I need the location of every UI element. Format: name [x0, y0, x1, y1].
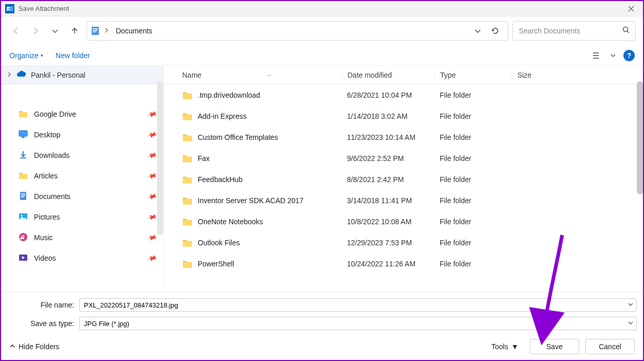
- column-name[interactable]: Name︿: [182, 71, 342, 79]
- file-row[interactable]: .tmp.drivedownload6/28/2021 10:04 PMFile…: [164, 84, 643, 105]
- file-row[interactable]: PowerShell10/24/2022 11:26 AMFile folder: [164, 253, 643, 274]
- file-date: 12/29/2023 7:53 PM: [342, 239, 434, 247]
- search-input[interactable]: [518, 26, 622, 35]
- svg-rect-5: [93, 28, 98, 29]
- svg-rect-15: [22, 137, 25, 138]
- sidebar-item-videos[interactable]: Videos📌: [11, 248, 159, 268]
- saveas-value: JPG File (*.jpg): [84, 320, 129, 328]
- pin-icon[interactable]: 📌: [146, 109, 157, 120]
- pin-icon[interactable]: 📌: [146, 253, 157, 264]
- saveas-dropdown-icon[interactable]: [628, 320, 633, 327]
- view-options-button[interactable]: [591, 50, 603, 61]
- file-row[interactable]: Fax9/6/2022 2:52 PMFile folder: [164, 148, 643, 169]
- folder-icon: [182, 132, 193, 142]
- address-history-button[interactable]: [473, 26, 483, 36]
- pin-icon[interactable]: 📌: [146, 212, 157, 223]
- svg-rect-13: [19, 131, 27, 136]
- file-date: 3/14/2018 11:41 PM: [342, 196, 434, 205]
- saveas-label: Save as type:: [7, 319, 79, 328]
- pin-icon[interactable]: 📌: [146, 191, 157, 202]
- pin-icon[interactable]: 📌: [146, 232, 157, 243]
- column-name-label: Name: [182, 71, 201, 79]
- new-folder-button[interactable]: New folder: [56, 51, 90, 60]
- nav-back-button[interactable]: [8, 23, 24, 39]
- filelist-scrollbar[interactable]: [637, 81, 643, 194]
- sidebar-item-label: Pictures: [34, 213, 60, 221]
- hide-folders-label: Hide Folders: [19, 342, 59, 351]
- file-type: File folder: [434, 196, 512, 205]
- file-name: FeedbackHub: [198, 175, 342, 184]
- new-folder-label: New folder: [56, 51, 90, 60]
- file-type: File folder: [434, 175, 512, 184]
- filename-dropdown-icon[interactable]: [628, 302, 633, 308]
- file-date: 10/8/2022 10:08 AM: [342, 218, 434, 226]
- close-button[interactable]: [623, 4, 639, 14]
- sidebar-item-documents[interactable]: Documents📌: [11, 186, 159, 207]
- file-row[interactable]: Add-in Express1/14/2018 3:02 AMFile fold…: [164, 105, 643, 127]
- svg-point-22: [21, 214, 22, 216]
- sidebar-scrollbar[interactable]: [157, 81, 163, 236]
- folder-icon: [182, 238, 193, 248]
- nav-forward-button[interactable]: [28, 23, 43, 39]
- sidebar: Pankil - Personal Google Drive📌Desktop📌D…: [1, 66, 164, 292]
- folder-icon: [182, 153, 193, 164]
- file-name: Fax: [198, 154, 342, 163]
- breadcrumb-documents[interactable]: Documents: [113, 25, 155, 37]
- file-date: 6/28/2021 10:04 PM: [342, 91, 434, 99]
- search-icon[interactable]: [622, 26, 630, 36]
- toolbar: Organize ▾ New folder ?: [1, 45, 643, 66]
- save-button[interactable]: Save: [530, 339, 579, 354]
- hide-folders-button[interactable]: Hide Folders: [9, 342, 59, 351]
- sidebar-item-music[interactable]: Music📌: [11, 227, 159, 248]
- tools-menu[interactable]: Tools ▼: [491, 342, 518, 351]
- svg-rect-17: [20, 192, 26, 200]
- chevron-right-icon[interactable]: [103, 28, 110, 34]
- file-row[interactable]: Custom Office Templates11/23/2023 10:14 …: [164, 127, 643, 148]
- file-name: .tmp.drivedownload: [198, 91, 342, 99]
- pin-icon[interactable]: 📌: [146, 130, 157, 140]
- sort-indicator-icon: ︿: [267, 71, 272, 78]
- file-row[interactable]: OneNote Notebooks10/8/2022 10:08 AMFile …: [164, 211, 643, 232]
- svg-point-23: [19, 233, 27, 241]
- sidebar-item-articles[interactable]: Articles📌: [11, 166, 159, 186]
- address-bar[interactable]: Documents: [86, 21, 508, 41]
- refresh-button[interactable]: [490, 26, 500, 36]
- sidebar-item-label: Downloads: [34, 151, 69, 159]
- organize-menu[interactable]: Organize ▾: [9, 51, 43, 60]
- nav-recent-button[interactable]: [47, 23, 63, 39]
- cancel-button[interactable]: Cancel: [585, 339, 635, 354]
- file-row[interactable]: Inventor Server SDK ACAD 20173/14/2018 1…: [164, 190, 643, 211]
- column-type[interactable]: Type: [434, 71, 512, 79]
- help-button[interactable]: ?: [623, 50, 635, 61]
- file-row[interactable]: FeedbackHub8/8/2021 2:42 PMFile folder: [164, 169, 643, 190]
- sidebar-item-downloads[interactable]: Downloads📌: [11, 145, 159, 166]
- folder-icon: [182, 90, 193, 100]
- pin-icon[interactable]: 📌: [146, 150, 157, 161]
- nav-up-button[interactable]: [67, 23, 82, 39]
- svg-line-9: [628, 31, 630, 33]
- file-list-area: Name︿ Date modified Type Size .tmp.drive…: [164, 66, 643, 292]
- sidebar-item-label: Google Drive: [34, 110, 76, 118]
- sidebar-item-desktop[interactable]: Desktop📌: [11, 124, 159, 145]
- pin-icon[interactable]: 📌: [146, 171, 157, 182]
- sidebar-item-pictures[interactable]: Pictures📌: [11, 207, 159, 227]
- caret-down-icon: ▼: [511, 342, 518, 351]
- svg-rect-18: [21, 193, 25, 194]
- search-box[interactable]: [512, 21, 636, 41]
- saveas-field[interactable]: JPG File (*.jpg): [79, 317, 637, 330]
- column-date[interactable]: Date modified: [342, 71, 434, 79]
- file-type: File folder: [434, 154, 512, 163]
- titlebar: O Save Attachment: [1, 1, 643, 16]
- svg-rect-20: [21, 196, 24, 197]
- sidebar-item-google-drive[interactable]: Google Drive📌: [11, 104, 159, 124]
- file-date: 10/24/2022 11:26 AM: [342, 260, 434, 268]
- view-options-dropdown[interactable]: [610, 50, 616, 61]
- column-size[interactable]: Size: [512, 71, 563, 79]
- videos-icon: [19, 253, 28, 264]
- filename-field[interactable]: PXL_20220517_084743218.jpg: [79, 298, 637, 312]
- sidebar-root-item[interactable]: Pankil - Personal: [1, 66, 163, 84]
- folder-icon: [182, 174, 193, 185]
- svg-rect-3: [10, 6, 13, 11]
- file-row[interactable]: Outlook Files12/29/2023 7:53 PMFile fold…: [164, 232, 643, 253]
- outlook-icon: O: [5, 4, 14, 13]
